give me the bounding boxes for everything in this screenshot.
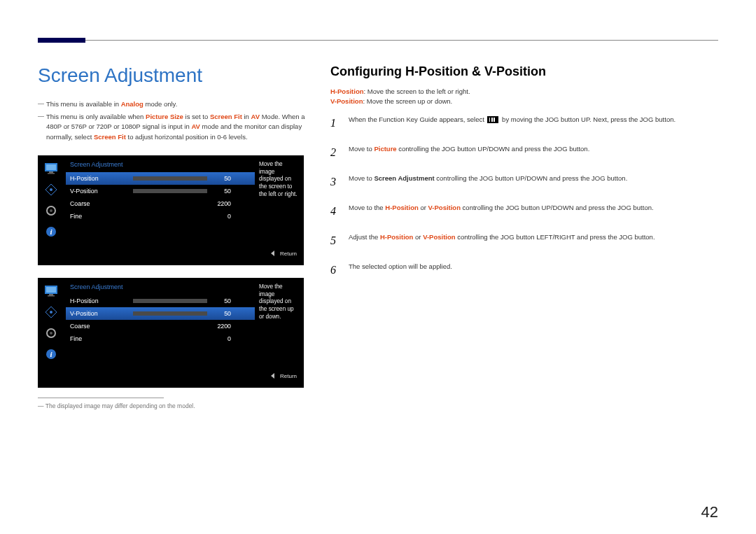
top-rule-accent [38,38,85,43]
note-picture-size: This menu is only available when Picture… [38,112,316,143]
svg-rect-11 [46,287,56,293]
osd-title: Screen Adjustment [66,161,255,172]
step-5: 5 Adjust the H-Position or V-Position co… [330,232,718,249]
svg-point-17 [50,332,52,335]
svg-rect-2 [49,171,53,173]
svg-rect-13 [48,295,55,297]
slider-track [133,299,207,303]
osd-sidebar: i [38,155,64,239]
monitor-icon [43,161,59,176]
osd-row: V-Position50 [66,185,255,197]
step-2: 2 Move to Picture controlling the JOG bu… [330,144,718,161]
top-rule-line [85,40,718,41]
gear-icon [43,203,59,218]
slider-track [133,176,207,181]
info-icon: i [43,224,59,239]
top-rule [38,38,718,43]
desc-hposition: H-Position: Move the screen to the left … [330,87,718,95]
info-icon: i [43,346,59,362]
osd-row-label: Coarse [70,200,133,207]
osd-row: H-Position50 [66,295,255,307]
back-arrow-icon [271,251,274,256]
osd-row-value: 50 [211,175,231,182]
osd-row-label: V-Position [70,310,133,317]
page-number: 42 [701,503,718,521]
osd-row-label: H-Position [70,297,133,304]
osd-screenshot-vposition: i Screen Adjustment H-Position50V-Positi… [38,278,304,388]
footnote-rule [38,398,164,398]
osd-row: Fine0 [66,332,255,345]
diamond-icon [43,304,59,320]
page-title: Screen Adjustment [38,64,316,87]
osd-row-label: Coarse [70,323,133,330]
osd-row-value: 2200 [211,323,231,330]
slider-track [133,311,207,316]
osd-row: Fine0 [66,210,255,223]
osd-row-value: 50 [211,310,231,317]
return-label: Return [280,373,297,379]
osd-row-value: 0 [211,335,231,342]
osd-row-value: 50 [211,297,231,304]
osd-row: V-Position50 [66,307,255,320]
svg-point-5 [50,188,52,191]
svg-rect-3 [48,173,55,174]
step-1: 1 When the Function Key Guide appears, s… [330,115,718,132]
osd-row: Coarse2200 [66,320,255,332]
step-6: 6 The selected option will be applied. [330,262,718,279]
osd-title: Screen Adjustment [66,283,255,295]
svg-rect-12 [49,294,53,295]
gear-icon [43,325,59,341]
step-3: 3 Move to Screen Adjustment controlling … [330,174,718,190]
osd-screenshot-hposition: i Screen Adjustment H-Position50V-Positi… [38,155,304,265]
monitor-icon [43,283,59,299]
diamond-icon [43,182,59,197]
menu-icon [487,116,498,123]
osd-row: Coarse2200 [66,197,255,210]
osd-row-value: 0 [211,213,231,220]
return-label: Return [280,251,297,257]
section-title: Configuring H-Position & V-Position [330,64,718,79]
svg-rect-1 [46,164,56,170]
osd-row-value: 2200 [211,200,231,207]
osd-tooltip: Move the image displayed on the screen u… [255,278,304,362]
osd-row-label: V-Position [70,188,133,195]
osd-row-value: 50 [211,188,231,195]
desc-vposition: V-Position: Move the screen up or down. [330,97,718,105]
osd-row-label: Fine [70,335,133,342]
osd-row-label: Fine [70,213,133,220]
osd-tooltip: Move the image displayed on the screen t… [255,155,304,239]
back-arrow-icon [271,373,274,379]
osd-row-label: H-Position [70,175,133,182]
step-4: 4 Move to the H-Position or V-Position c… [330,203,718,220]
slider-track [133,189,207,193]
osd-row: H-Position50 [66,172,255,185]
osd-sidebar: i [38,278,64,362]
footnote: ― The displayed image may differ dependi… [38,402,316,409]
svg-point-7 [50,209,52,212]
note-analog: This menu is available in Analog mode on… [38,99,316,110]
svg-point-15 [50,311,52,314]
